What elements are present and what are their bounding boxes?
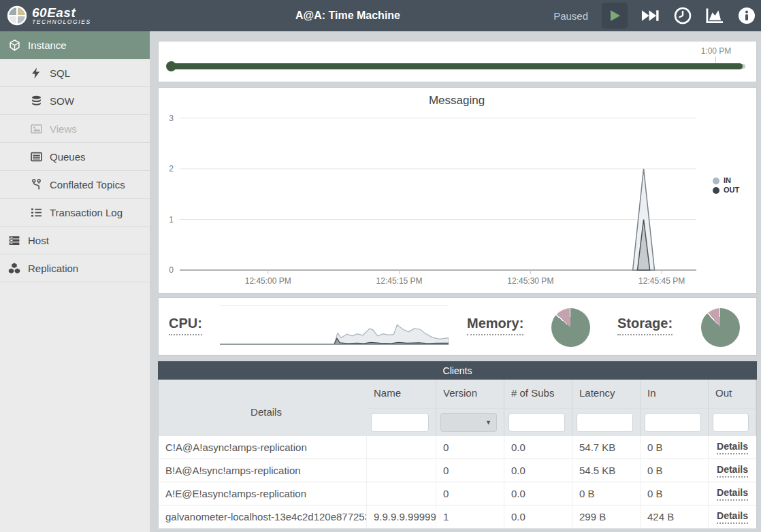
column-header-in[interactable]: In bbox=[641, 380, 709, 408]
cell-in: 299 B bbox=[572, 505, 641, 528]
latency-filter-input[interactable] bbox=[577, 413, 633, 432]
page-title: A@A: Time Machine bbox=[295, 10, 400, 22]
details-link[interactable]: Details bbox=[717, 510, 748, 524]
cell-name: A!E@E!async!amps-replication bbox=[159, 482, 367, 505]
memory-pie-chart bbox=[551, 308, 590, 347]
charts-button[interactable] bbox=[705, 7, 724, 25]
svg-text:Messaging: Messaging bbox=[429, 94, 485, 107]
timeline-slider[interactable] bbox=[170, 63, 743, 69]
database-icon bbox=[30, 95, 42, 107]
svg-text:0: 0 bbox=[169, 265, 174, 275]
sidebar-item-label: Host bbox=[28, 235, 49, 246]
sidebar-item-label: SQL bbox=[50, 67, 70, 79]
globe-logo-icon bbox=[7, 5, 27, 26]
svg-text:12:45:30 PM: 12:45:30 PM bbox=[507, 276, 553, 286]
cell-out: 0 B bbox=[641, 436, 709, 459]
bolt-icon bbox=[30, 67, 42, 79]
svg-text:12:45:15 PM: 12:45:15 PM bbox=[376, 276, 423, 286]
server-icon bbox=[8, 234, 20, 246]
details-link[interactable]: Details bbox=[717, 441, 748, 454]
cell-out: 0 B bbox=[641, 482, 709, 505]
svg-text:OUT: OUT bbox=[724, 186, 740, 194]
messaging-chart: Messaging012312:45:00 PM12:45:15 PM12:45… bbox=[159, 88, 756, 293]
out-filter-input[interactable] bbox=[713, 413, 749, 432]
cell-latency: 0.0 bbox=[504, 482, 572, 505]
timeline-slider-handle[interactable] bbox=[166, 61, 176, 71]
cell-in: 54.7 KB bbox=[572, 436, 641, 459]
sidebar-item-label: Instance bbox=[28, 39, 67, 51]
cell-details: Details bbox=[709, 505, 756, 528]
sidebar-item-views: Views bbox=[0, 115, 150, 143]
sidebar-item-conflated-topics[interactable]: Conflated Topics bbox=[0, 171, 150, 199]
timeline-time-label: 1:00 PM bbox=[701, 46, 732, 56]
system-stats-panel: CPU: Memory: Storage: bbox=[158, 297, 757, 356]
memory-label: Memory: bbox=[467, 316, 523, 335]
sidebar-item-instance[interactable]: Instance bbox=[0, 31, 150, 59]
cell-version bbox=[367, 436, 436, 459]
sidebar-item-queues[interactable]: Queues bbox=[0, 143, 150, 171]
sidebar-item-transaction-log[interactable]: Transaction Log bbox=[0, 199, 150, 227]
sidebar: InstanceSQLSOWViewsQueuesConflated Topic… bbox=[0, 31, 150, 532]
sidebar-item-label: SOW bbox=[50, 95, 74, 107]
table-row: A!E@E!async!amps-replication00.00 B0 BDe… bbox=[158, 482, 757, 505]
details-link[interactable]: Details bbox=[717, 487, 748, 501]
sidebar-item-label: Replication bbox=[28, 263, 78, 274]
cell-subs: 0 bbox=[436, 482, 504, 505]
sidebar-item-sow[interactable]: SOW bbox=[0, 87, 150, 115]
time-machine-slider-panel: 1:00 PM bbox=[158, 41, 757, 82]
filter-cell-out bbox=[709, 408, 756, 436]
details-link[interactable]: Details bbox=[717, 464, 748, 478]
filter-cell-in bbox=[641, 408, 709, 436]
clock-icon bbox=[674, 7, 692, 24]
column-header-name[interactable]: Name bbox=[367, 380, 436, 408]
in-filter-input[interactable] bbox=[645, 413, 701, 432]
sidebar-item-replication[interactable]: Replication bbox=[0, 254, 150, 282]
cell-in: 54.5 KB bbox=[572, 459, 641, 482]
storage-label: Storage: bbox=[617, 316, 673, 335]
cell-in: 0 B bbox=[572, 482, 641, 505]
skip-to-end-button[interactable] bbox=[641, 7, 660, 25]
cubes-icon bbox=[8, 262, 20, 274]
cell-details: Details bbox=[709, 436, 756, 459]
brand-name: 60East bbox=[32, 7, 91, 18]
cell-latency: 0.0 bbox=[504, 436, 572, 459]
svg-text:12:45:00 PM: 12:45:00 PM bbox=[245, 276, 291, 286]
history-button[interactable] bbox=[673, 7, 692, 25]
clients-table-header: Name Version # of Subs Latency In Out De… bbox=[158, 380, 757, 436]
column-header-version[interactable]: Version bbox=[436, 380, 504, 408]
cell-name: C!A@A!async!amps-replication bbox=[159, 436, 367, 459]
clients-panel: Clients Name Version # of Subs Latency I… bbox=[158, 361, 757, 532]
sidebar-item-sql[interactable]: SQL bbox=[0, 59, 150, 87]
table-row: galvanometer-localhost-13e4c2d120e877253… bbox=[158, 505, 757, 529]
area-chart-icon bbox=[705, 7, 724, 24]
subs-filter-input[interactable] bbox=[508, 413, 565, 432]
version-filter-dropdown[interactable]: ▼ bbox=[440, 413, 497, 432]
name-filter-input[interactable] bbox=[371, 413, 429, 432]
brand-subtitle: TECHNOLOGIES bbox=[32, 18, 91, 25]
cell-version: 9.9.9.9.999999 bbox=[367, 505, 436, 528]
sidebar-item-host[interactable]: Host bbox=[0, 227, 150, 254]
cpu-sparkline-chart bbox=[220, 303, 449, 350]
cell-out: 424 B bbox=[641, 505, 709, 528]
sidebar-item-label: Queues bbox=[50, 151, 86, 163]
cell-name: galvanometer-localhost-13e4c2d120e877253… bbox=[159, 505, 367, 528]
column-header-out[interactable]: Out bbox=[709, 380, 756, 408]
cpu-label: CPU: bbox=[169, 316, 202, 335]
playback-status: Paused bbox=[553, 10, 588, 22]
column-header-details: Details bbox=[159, 380, 367, 436]
cell-version bbox=[367, 459, 436, 482]
column-header-latency[interactable]: Latency bbox=[572, 380, 641, 408]
ordered-list-icon bbox=[30, 206, 42, 218]
svg-text:12:45:45 PM: 12:45:45 PM bbox=[638, 276, 685, 286]
column-header-subs[interactable]: # of Subs bbox=[504, 380, 572, 408]
play-button[interactable] bbox=[602, 3, 628, 29]
svg-text:IN: IN bbox=[724, 176, 731, 184]
sidebar-item-label: Conflated Topics bbox=[50, 179, 125, 190]
clients-table-title: Clients bbox=[158, 361, 757, 380]
filter-cell-version: ▼ bbox=[436, 408, 504, 436]
clients-table-body: C!A@A!async!amps-replication00.054.7 KB0… bbox=[158, 436, 757, 529]
svg-text:2: 2 bbox=[169, 164, 174, 173]
cell-details: Details bbox=[709, 459, 756, 482]
image-icon bbox=[30, 122, 42, 135]
info-button[interactable] bbox=[737, 7, 756, 25]
